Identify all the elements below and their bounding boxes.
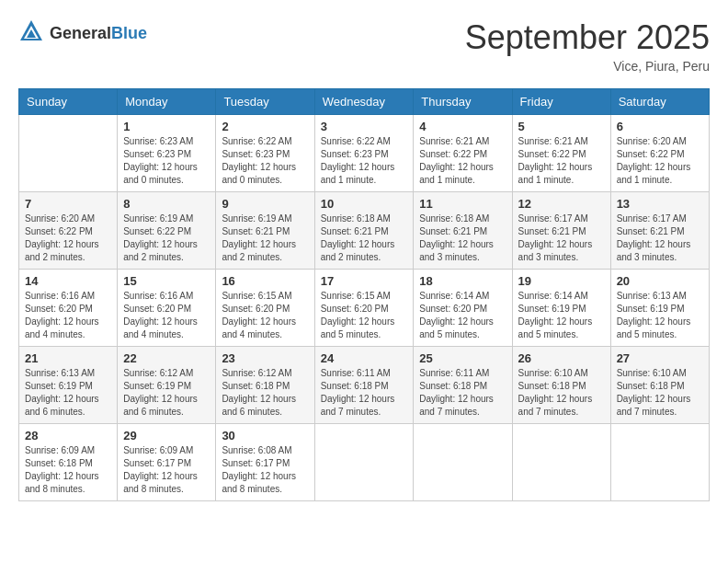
calendar-cell: 30Sunrise: 6:08 AMSunset: 6:17 PMDayligh…	[216, 424, 314, 501]
day-info: Sunrise: 6:13 AMSunset: 6:19 PMDaylight:…	[617, 290, 703, 341]
day-info: Sunrise: 6:20 AMSunset: 6:22 PMDaylight:…	[25, 213, 111, 264]
column-header-monday: Monday	[118, 89, 216, 115]
day-number: 30	[222, 429, 308, 442]
column-header-tuesday: Tuesday	[216, 89, 314, 115]
day-info: Sunrise: 6:14 AMSunset: 6:20 PMDaylight:…	[419, 290, 506, 341]
day-number: 26	[518, 351, 605, 365]
day-number: 29	[123, 429, 210, 442]
day-number: 19	[518, 274, 605, 288]
logo-blue: Blue	[111, 24, 147, 42]
day-number: 1	[123, 120, 210, 133]
calendar-cell	[512, 424, 610, 501]
calendar-cell: 8Sunrise: 6:19 AMSunset: 6:22 PMDaylight…	[118, 192, 216, 270]
day-info: Sunrise: 6:21 AMSunset: 6:22 PMDaylight:…	[518, 135, 605, 187]
calendar-cell: 19Sunrise: 6:14 AMSunset: 6:19 PMDayligh…	[512, 270, 610, 347]
calendar-cell	[314, 424, 414, 501]
day-number: 8	[123, 197, 210, 211]
day-info: Sunrise: 6:22 AMSunset: 6:23 PMDaylight:…	[321, 135, 408, 187]
calendar-cell: 22Sunrise: 6:12 AMSunset: 6:19 PMDayligh…	[118, 347, 216, 424]
day-info: Sunrise: 6:17 AMSunset: 6:21 PMDaylight:…	[518, 213, 605, 264]
calendar-cell: 10Sunrise: 6:18 AMSunset: 6:21 PMDayligh…	[314, 192, 414, 270]
day-number: 24	[321, 351, 408, 365]
day-number: 3	[321, 120, 408, 133]
day-number: 9	[222, 197, 308, 211]
calendar-cell	[19, 115, 118, 192]
day-number: 13	[617, 197, 703, 211]
calendar-week-row: 21Sunrise: 6:13 AMSunset: 6:19 PMDayligh…	[19, 347, 710, 424]
calendar-week-row: 14Sunrise: 6:16 AMSunset: 6:20 PMDayligh…	[19, 270, 710, 347]
day-number: 16	[222, 274, 308, 288]
day-number: 23	[222, 351, 308, 365]
calendar-cell: 27Sunrise: 6:10 AMSunset: 6:18 PMDayligh…	[610, 347, 709, 424]
calendar-cell	[610, 424, 709, 501]
calendar-cell: 26Sunrise: 6:10 AMSunset: 6:18 PMDayligh…	[512, 347, 610, 424]
day-info: Sunrise: 6:09 AMSunset: 6:18 PMDaylight:…	[25, 444, 111, 496]
day-info: Sunrise: 6:13 AMSunset: 6:19 PMDaylight:…	[25, 367, 111, 419]
calendar-cell: 21Sunrise: 6:13 AMSunset: 6:19 PMDayligh…	[19, 347, 118, 424]
calendar-week-row: 28Sunrise: 6:09 AMSunset: 6:18 PMDayligh…	[19, 424, 710, 501]
calendar-cell: 18Sunrise: 6:14 AMSunset: 6:20 PMDayligh…	[414, 270, 512, 347]
calendar-cell: 2Sunrise: 6:22 AMSunset: 6:23 PMDaylight…	[216, 115, 314, 192]
day-info: Sunrise: 6:20 AMSunset: 6:22 PMDaylight:…	[617, 135, 703, 187]
day-info: Sunrise: 6:17 AMSunset: 6:21 PMDaylight:…	[617, 213, 703, 264]
calendar-cell: 29Sunrise: 6:09 AMSunset: 6:17 PMDayligh…	[118, 424, 216, 501]
day-number: 28	[25, 429, 111, 442]
day-number: 4	[419, 120, 506, 133]
column-header-sunday: Sunday	[19, 89, 118, 115]
logo-icon	[18, 18, 44, 48]
calendar-cell: 28Sunrise: 6:09 AMSunset: 6:18 PMDayligh…	[19, 424, 118, 501]
calendar-week-row: 1Sunrise: 6:23 AMSunset: 6:23 PMDaylight…	[19, 115, 710, 192]
day-info: Sunrise: 6:12 AMSunset: 6:18 PMDaylight:…	[222, 367, 308, 419]
calendar-cell: 25Sunrise: 6:11 AMSunset: 6:18 PMDayligh…	[414, 347, 512, 424]
calendar-cell: 17Sunrise: 6:15 AMSunset: 6:20 PMDayligh…	[314, 270, 414, 347]
day-info: Sunrise: 6:21 AMSunset: 6:22 PMDaylight:…	[419, 135, 506, 187]
calendar-cell: 24Sunrise: 6:11 AMSunset: 6:18 PMDayligh…	[314, 347, 414, 424]
day-number: 10	[321, 197, 408, 211]
logo: GeneralBlue	[18, 18, 147, 48]
day-number: 18	[419, 274, 506, 288]
calendar-cell: 13Sunrise: 6:17 AMSunset: 6:21 PMDayligh…	[610, 192, 709, 270]
day-number: 15	[123, 274, 210, 288]
calendar-table: SundayMondayTuesdayWednesdayThursdayFrid…	[18, 88, 710, 501]
calendar-cell: 14Sunrise: 6:16 AMSunset: 6:20 PMDayligh…	[19, 270, 118, 347]
calendar-header-row: SundayMondayTuesdayWednesdayThursdayFrid…	[19, 89, 710, 115]
day-info: Sunrise: 6:19 AMSunset: 6:21 PMDaylight:…	[222, 213, 308, 264]
day-info: Sunrise: 6:15 AMSunset: 6:20 PMDaylight:…	[321, 290, 408, 341]
day-number: 2	[222, 120, 308, 133]
day-info: Sunrise: 6:18 AMSunset: 6:21 PMDaylight:…	[321, 213, 408, 264]
day-info: Sunrise: 6:19 AMSunset: 6:22 PMDaylight:…	[123, 213, 210, 264]
day-info: Sunrise: 6:10 AMSunset: 6:18 PMDaylight:…	[518, 367, 605, 419]
day-info: Sunrise: 6:09 AMSunset: 6:17 PMDaylight:…	[123, 444, 210, 496]
page-header: GeneralBlue September 2025 Vice, Piura, …	[18, 18, 710, 74]
column-header-thursday: Thursday	[414, 89, 512, 115]
calendar-cell: 9Sunrise: 6:19 AMSunset: 6:21 PMDaylight…	[216, 192, 314, 270]
day-info: Sunrise: 6:18 AMSunset: 6:21 PMDaylight:…	[419, 213, 506, 264]
column-header-friday: Friday	[512, 89, 610, 115]
calendar-cell: 23Sunrise: 6:12 AMSunset: 6:18 PMDayligh…	[216, 347, 314, 424]
day-number: 27	[617, 351, 703, 365]
day-info: Sunrise: 6:22 AMSunset: 6:23 PMDaylight:…	[222, 135, 308, 187]
calendar-cell: 6Sunrise: 6:20 AMSunset: 6:22 PMDaylight…	[610, 115, 709, 192]
day-number: 25	[419, 351, 506, 365]
day-number: 6	[617, 120, 703, 133]
column-header-wednesday: Wednesday	[314, 89, 414, 115]
column-header-saturday: Saturday	[610, 89, 709, 115]
calendar-cell: 7Sunrise: 6:20 AMSunset: 6:22 PMDaylight…	[19, 192, 118, 270]
calendar-cell: 1Sunrise: 6:23 AMSunset: 6:23 PMDaylight…	[118, 115, 216, 192]
day-number: 11	[419, 197, 506, 211]
day-info: Sunrise: 6:10 AMSunset: 6:18 PMDaylight:…	[617, 367, 703, 419]
day-info: Sunrise: 6:23 AMSunset: 6:23 PMDaylight:…	[123, 135, 210, 187]
day-info: Sunrise: 6:14 AMSunset: 6:19 PMDaylight:…	[518, 290, 605, 341]
calendar-cell: 12Sunrise: 6:17 AMSunset: 6:21 PMDayligh…	[512, 192, 610, 270]
calendar-cell: 16Sunrise: 6:15 AMSunset: 6:20 PMDayligh…	[216, 270, 314, 347]
calendar-cell: 20Sunrise: 6:13 AMSunset: 6:19 PMDayligh…	[610, 270, 709, 347]
day-number: 14	[25, 274, 111, 288]
calendar-cell: 3Sunrise: 6:22 AMSunset: 6:23 PMDaylight…	[314, 115, 414, 192]
day-number: 20	[617, 274, 703, 288]
calendar-cell: 4Sunrise: 6:21 AMSunset: 6:22 PMDaylight…	[414, 115, 512, 192]
day-number: 7	[25, 197, 111, 211]
month-title: September 2025	[465, 18, 710, 57]
day-number: 17	[321, 274, 408, 288]
day-info: Sunrise: 6:11 AMSunset: 6:18 PMDaylight:…	[419, 367, 506, 419]
day-info: Sunrise: 6:16 AMSunset: 6:20 PMDaylight:…	[123, 290, 210, 341]
